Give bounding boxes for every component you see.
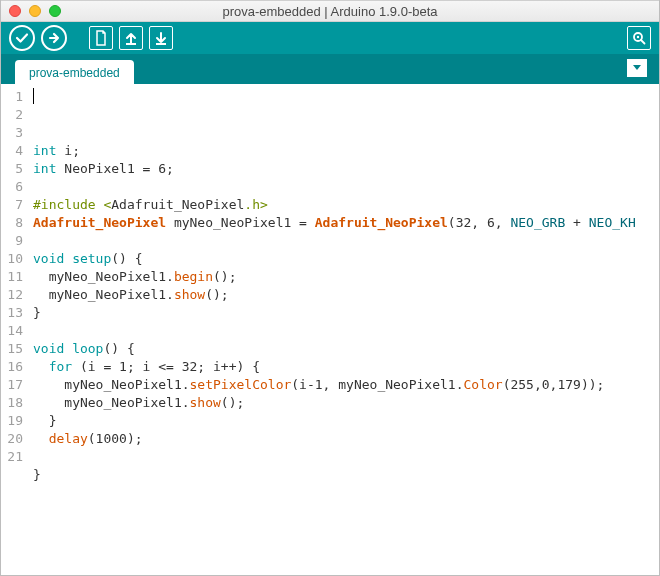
line-number: 7	[1, 196, 23, 214]
window-controls	[9, 5, 61, 17]
code-line[interactable]	[33, 178, 659, 196]
open-button[interactable]	[119, 26, 143, 50]
window-titlebar: prova-embedded | Arduino 1.9.0-beta	[1, 0, 659, 22]
line-number: 17	[1, 376, 23, 394]
code-area[interactable]: int i;int NeoPixel1 = 6; #include <Adafr…	[29, 84, 659, 576]
code-line[interactable]: myNeo_NeoPixel1.begin();	[33, 268, 659, 286]
line-number: 3	[1, 124, 23, 142]
code-line[interactable]: for (i = 1; i <= 32; i++) {	[33, 358, 659, 376]
tab-sketch[interactable]: prova-embedded	[15, 60, 134, 85]
minimize-icon[interactable]	[29, 5, 41, 17]
line-number: 2	[1, 106, 23, 124]
verify-button[interactable]	[9, 25, 35, 51]
code-line[interactable]: myNeo_NeoPixel1.setPixelColor(i-1, myNeo…	[33, 376, 659, 394]
line-number: 9	[1, 232, 23, 250]
code-line[interactable]: }	[33, 412, 659, 430]
zoom-icon[interactable]	[49, 5, 61, 17]
line-number: 1	[1, 88, 23, 106]
line-number: 4	[1, 142, 23, 160]
code-line[interactable]	[33, 502, 659, 520]
line-number: 19	[1, 412, 23, 430]
line-number: 10	[1, 250, 23, 268]
toolbar	[1, 22, 659, 54]
line-number: 5	[1, 160, 23, 178]
code-editor[interactable]: 123456789101112131415161718192021 int i;…	[1, 84, 659, 576]
line-number: 6	[1, 178, 23, 196]
code-line[interactable]	[33, 448, 659, 466]
text-cursor	[33, 88, 34, 104]
close-icon[interactable]	[9, 5, 21, 17]
tab-bar: prova-embedded	[1, 54, 659, 84]
line-number: 16	[1, 358, 23, 376]
code-line[interactable]: #include <Adafruit_NeoPixel.h>	[33, 196, 659, 214]
code-line[interactable]: }	[33, 304, 659, 322]
line-number: 12	[1, 286, 23, 304]
code-line[interactable]: }	[33, 466, 659, 484]
code-line[interactable]	[33, 232, 659, 250]
upload-button[interactable]	[41, 25, 67, 51]
code-line[interactable]: Adafruit_NeoPixel myNeo_NeoPixel1 = Adaf…	[33, 214, 659, 232]
line-number: 13	[1, 304, 23, 322]
line-number: 11	[1, 268, 23, 286]
code-line[interactable]: myNeo_NeoPixel1.show();	[33, 286, 659, 304]
svg-point-1	[637, 36, 639, 38]
save-button[interactable]	[149, 26, 173, 50]
tab-menu-button[interactable]	[627, 59, 647, 77]
code-line[interactable]	[33, 484, 659, 502]
code-line[interactable]: myNeo_NeoPixel1.show();	[33, 394, 659, 412]
line-number-gutter: 123456789101112131415161718192021	[1, 84, 29, 576]
line-number: 8	[1, 214, 23, 232]
line-number: 21	[1, 448, 23, 466]
code-line[interactable]: int i;	[33, 142, 659, 160]
line-number: 20	[1, 430, 23, 448]
code-line[interactable]: void loop() {	[33, 340, 659, 358]
window-title: prova-embedded | Arduino 1.9.0-beta	[1, 4, 659, 19]
new-button[interactable]	[89, 26, 113, 50]
code-line[interactable]: void setup() {	[33, 250, 659, 268]
line-number: 15	[1, 340, 23, 358]
code-line[interactable]: delay(1000);	[33, 430, 659, 448]
tab-label: prova-embedded	[29, 66, 120, 80]
line-number: 14	[1, 322, 23, 340]
line-number: 18	[1, 394, 23, 412]
code-line[interactable]	[33, 322, 659, 340]
code-line[interactable]: int NeoPixel1 = 6;	[33, 160, 659, 178]
serial-monitor-button[interactable]	[627, 26, 651, 50]
